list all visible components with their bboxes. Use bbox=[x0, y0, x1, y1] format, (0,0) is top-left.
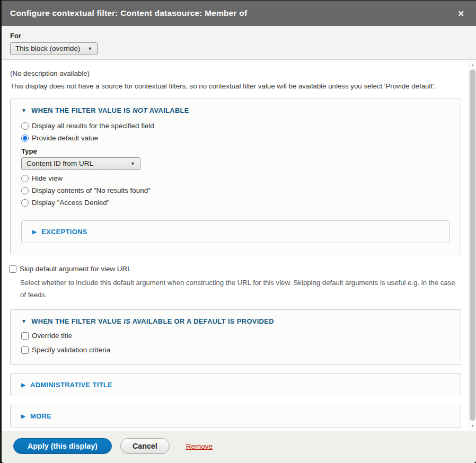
checkbox-label: Override title bbox=[32, 332, 72, 340]
checkbox-label: Specify validation criteria bbox=[32, 346, 110, 354]
radio-access-denied[interactable]: Display "Access Denied" bbox=[21, 199, 450, 207]
radio-label: Hide view bbox=[32, 174, 63, 182]
radio-label: Display contents of "No results found" bbox=[32, 186, 151, 194]
scroll-up-icon[interactable]: ▲ bbox=[469, 61, 476, 69]
is-available-options: Override title Specify validation criter… bbox=[21, 332, 450, 354]
no-description-text: (No description available) bbox=[10, 69, 461, 77]
vertical-scrollbar[interactable]: ▲ ▼ bbox=[469, 60, 476, 431]
dialog-titlebar: Configure contextual filter: Content dat… bbox=[2, 1, 476, 26]
radio-label: Display "Access Denied" bbox=[32, 199, 109, 207]
skip-default-description: Select whether to include this default a… bbox=[20, 277, 461, 301]
radio-no-results-found[interactable]: Display contents of "No results found" bbox=[21, 186, 450, 194]
display-note-text: This display does not have a source for … bbox=[10, 82, 461, 90]
chevron-down-icon: ▼ bbox=[87, 46, 92, 51]
radio-label: Provide default value bbox=[32, 134, 98, 142]
collapse-arrow-icon: ▼ bbox=[21, 108, 27, 113]
for-label: For bbox=[10, 32, 468, 40]
radio-input-no-results[interactable] bbox=[21, 187, 29, 194]
for-section: For This block (override) ▼ bbox=[2, 26, 476, 60]
chevron-down-icon: ▼ bbox=[130, 161, 135, 166]
radio-input-provide-default[interactable] bbox=[21, 135, 29, 142]
fieldset-not-available-summary[interactable]: ▼ WHEN THE FILTER VALUE IS NOT AVAILABLE bbox=[21, 106, 450, 114]
fieldset-not-available: ▼ WHEN THE FILTER VALUE IS NOT AVAILABLE… bbox=[10, 99, 461, 254]
dialog-body-content: (No description available) This display … bbox=[2, 60, 469, 431]
fieldset-more: ▶ MORE bbox=[10, 405, 461, 428]
dialog-footer: Apply (this display) Cancel Remove bbox=[2, 431, 476, 463]
for-select[interactable]: This block (override) ▼ bbox=[10, 42, 98, 55]
checkbox-input-skip-default[interactable] bbox=[9, 265, 16, 273]
fieldset-administrative-title-summary[interactable]: ▶ ADMINISTRATIVE TITLE bbox=[21, 381, 450, 389]
close-icon[interactable]: ✕ bbox=[454, 7, 468, 20]
expand-arrow-icon: ▶ bbox=[21, 414, 25, 419]
checkbox-label: Skip default argument for view URL bbox=[20, 265, 131, 273]
radio-label: Display all results for the specified fi… bbox=[32, 122, 154, 130]
expand-arrow-icon: ▶ bbox=[32, 229, 37, 235]
radio-provide-default[interactable]: Provide default value bbox=[21, 134, 450, 142]
radio-input-access-denied[interactable] bbox=[21, 199, 29, 207]
checkbox-input-override-title[interactable] bbox=[21, 332, 29, 340]
fieldset-more-summary[interactable]: ▶ MORE bbox=[21, 412, 450, 420]
summary-text: EXCEPTIONS bbox=[41, 228, 87, 236]
dialog-body: (No description available) This display … bbox=[2, 60, 476, 431]
fieldset-exceptions-summary[interactable]: ▶ EXCEPTIONS bbox=[32, 228, 439, 236]
expand-arrow-icon: ▶ bbox=[21, 382, 25, 388]
checkbox-input-specify-validation[interactable] bbox=[21, 346, 29, 354]
fieldset-exceptions: ▶ EXCEPTIONS bbox=[21, 220, 450, 243]
fieldset-is-available-summary[interactable]: ▼ WHEN THE FILTER VALUE IS AVAILABLE OR … bbox=[21, 317, 450, 325]
remove-link[interactable]: Remove bbox=[186, 442, 213, 450]
cancel-button[interactable]: Cancel bbox=[120, 438, 170, 454]
radio-input-display-all[interactable] bbox=[21, 122, 29, 130]
collapse-arrow-icon: ▼ bbox=[21, 319, 27, 324]
contextual-filter-dialog: Configure contextual filter: Content dat… bbox=[2, 0, 476, 463]
summary-text: WHEN THE FILTER VALUE IS AVAILABLE OR A … bbox=[31, 317, 274, 325]
checkbox-override-title[interactable]: Override title bbox=[21, 332, 450, 340]
scrollbar-thumb[interactable] bbox=[470, 69, 475, 421]
checkbox-specify-validation[interactable]: Specify validation criteria bbox=[21, 346, 450, 354]
summary-text: MORE bbox=[30, 412, 51, 420]
apply-button[interactable]: Apply (this display) bbox=[13, 438, 112, 454]
checkbox-skip-default-argument[interactable]: Skip default argument for view URL bbox=[9, 265, 461, 273]
fieldset-administrative-title: ▶ ADMINISTRATIVE TITLE bbox=[10, 373, 461, 396]
radio-input-hide-view[interactable] bbox=[21, 175, 29, 182]
radio-display-all-results[interactable]: Display all results for the specified fi… bbox=[21, 122, 450, 130]
for-select-value: This block (override) bbox=[15, 44, 80, 52]
type-select-value: Content ID from URL bbox=[27, 159, 93, 167]
summary-text: ADMINISTRATIVE TITLE bbox=[30, 381, 112, 389]
dialog-title: Configure contextual filter: Content dat… bbox=[10, 8, 454, 18]
summary-text: WHEN THE FILTER VALUE IS NOT AVAILABLE bbox=[31, 106, 189, 114]
default-type-select[interactable]: Content ID from URL ▼ bbox=[21, 157, 140, 170]
radio-hide-view[interactable]: Hide view bbox=[21, 174, 450, 182]
scroll-down-icon[interactable]: ▼ bbox=[469, 422, 476, 430]
fieldset-is-available: ▼ WHEN THE FILTER VALUE IS AVAILABLE OR … bbox=[10, 309, 461, 365]
type-label: Type bbox=[21, 147, 450, 155]
